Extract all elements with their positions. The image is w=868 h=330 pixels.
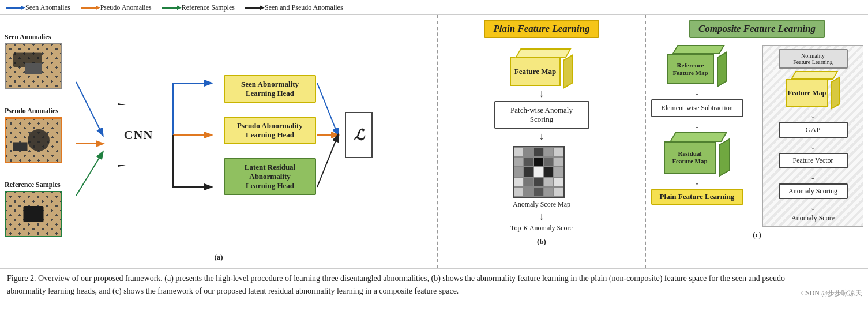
feature-map-container-b: Feature Map [510, 48, 573, 86]
legend-pseudo-label: Pseudo Anomalies [100, 3, 152, 12]
flow-arrow-3: ↓ [539, 211, 544, 222]
grid-cell [514, 147, 524, 157]
ref-feature-map-label: ReferenceFeature Map [667, 54, 714, 84]
grid-cell [524, 177, 533, 187]
cnn-label: CNN [124, 127, 153, 142]
feature-map-3d: Feature Map [510, 48, 573, 86]
cnn-block: CNN [110, 103, 167, 167]
panel-a-inner: Seen Anomalies Pseudo Anomalies [5, 20, 433, 250]
loss-box: ℒ [345, 112, 373, 158]
legend-seen-anomalies: Seen Anomalies [6, 3, 70, 12]
ref-feature-map-3d: ReferenceFeature Map [667, 45, 727, 84]
cnn-to-heads-svg [172, 43, 218, 227]
loss-symbol: ℒ [354, 126, 365, 144]
c-right-feature-map-top [791, 71, 839, 80]
residual-feature-map-label: ResidualFeature Map [664, 141, 716, 174]
legend-seen-label: Seen Anomalies [25, 3, 70, 12]
residual-feature-map-top [670, 132, 727, 142]
grid-cell [554, 167, 563, 177]
panel-a: Seen Anomalies Pseudo Anomalies [0, 15, 438, 268]
feature-vector-box: Feature Vector [779, 153, 848, 168]
grid-cell [533, 187, 543, 197]
grid-cell [524, 147, 533, 157]
caption-text: Figure 2. Overview of our proposed frame… [7, 272, 803, 297]
seen-anomalies-image [5, 43, 62, 89]
ref-feature-map-top [672, 45, 724, 54]
panel-c-inner: ReferenceFeature Map ↓ Element-wise Subt… [651, 45, 863, 227]
grid-cell [554, 147, 563, 157]
reference-samples-input: Reference Samples [5, 181, 62, 237]
watermark: CSDN @步步咏凉天 [801, 288, 862, 298]
c-divider [753, 45, 753, 227]
c-left-arrow-2: ↓ [694, 119, 700, 130]
topk-anomaly-score: Top-K Anomaly Score [510, 224, 573, 232]
c-right-arrow-4: ↓ [810, 201, 816, 212]
feature-map-side [563, 54, 573, 89]
pseudo-anomalies-label: Pseudo Anomalies [5, 107, 62, 115]
c-right-arrow-3: ↓ [810, 171, 816, 181]
normality-feature-label: NormalityFeature Learning [779, 49, 848, 69]
svg-line-2 [76, 152, 103, 196]
grid-cell [524, 187, 533, 197]
flow-arrow-1: ↓ [539, 88, 544, 99]
residual-feature-map-3d: ResidualFeature Map [664, 132, 730, 174]
input-arrows-svg [75, 54, 110, 216]
grid-cell [514, 177, 524, 187]
c-right-feature-map-label: Feature Map [786, 79, 828, 107]
reference-samples-arrow [162, 7, 179, 9]
feature-map-top [515, 48, 571, 58]
grid-cell [524, 167, 533, 177]
panel-c-title: Composite Feature Learning [689, 20, 825, 38]
grid-cell [544, 167, 554, 177]
seen-anomalies-label: Seen Anomalies [5, 33, 62, 42]
plain-feature-learning-box: Plain Feature Learning [651, 189, 743, 205]
learning-heads: Seen AbnormalityLearning Head Pseudo Abn… [224, 75, 316, 195]
anomaly-score-map-label: Anomaly Score Map [513, 200, 570, 209]
legend-seen-pseudo-label: Seen and Pseudo Anomalies [265, 3, 343, 12]
c-right-feature-map-3d: Feature Map [786, 71, 840, 107]
reference-samples-image [5, 191, 62, 237]
pseudo-anomalies-arrow [81, 7, 98, 9]
anomaly-score-text: Anomaly Score [791, 214, 835, 223]
c-right-feature-map-side [831, 76, 840, 109]
grid-cell [554, 157, 563, 167]
anomaly-grid [513, 146, 565, 198]
patch-wise-scoring: Patch-wise Anomaly Scoring [494, 101, 589, 129]
grid-cell [554, 177, 563, 187]
seen-abnormality-head: Seen AbnormalityLearning Head [224, 75, 316, 103]
grid-cell [544, 147, 554, 157]
grid-cell [514, 157, 524, 167]
residual-feature-map-side [719, 138, 730, 177]
c-right-arrow-1: ↓ [810, 109, 816, 119]
c-left-arrow-3: ↓ [694, 176, 700, 186]
seen-anomalies-input: Seen Anomalies [5, 33, 62, 89]
grid-cell [514, 187, 524, 197]
panel-c-right-flow: NormalityFeature Learning Feature Map ↓ … [762, 45, 863, 227]
grid-cell [514, 167, 524, 177]
c-right-arrow-2: ↓ [810, 140, 816, 151]
seen-pseudo-arrow [245, 7, 262, 9]
feature-map-label: Feature Map [510, 57, 561, 86]
svg-line-0 [76, 82, 103, 135]
panels-row: Seen Anomalies Pseudo Anomalies [0, 14, 868, 268]
gap-box: GAP [779, 122, 848, 138]
seen-anomalies-arrow [6, 7, 23, 9]
grid-cell [533, 147, 543, 157]
panel-c: Composite Feature Learning ReferenceFeat… [646, 15, 868, 268]
grid-cell [524, 157, 533, 167]
grid-cell [533, 157, 543, 167]
legend-pseudo-anomalies: Pseudo Anomalies [81, 3, 152, 12]
anomaly-grid-container: Anomaly Score Map [513, 144, 570, 209]
grid-cell [544, 157, 554, 167]
grid-cell [544, 177, 554, 187]
reference-samples-label: Reference Samples [5, 181, 62, 189]
panel-b-flow: Feature Map ↓ Patch-wise Anomaly Scoring… [494, 45, 589, 232]
pseudo-abnormality-head: Pseudo AbnormalityLearning Head [224, 117, 316, 144]
panel-c-label: (c) [753, 230, 761, 239]
pseudo-anomalies-input: Pseudo Anomalies [5, 107, 62, 163]
pseudo-anomalies-image [5, 117, 62, 163]
anomaly-scoring-box: Anomaly Scoring [779, 183, 848, 199]
ref-feature-map-side [717, 51, 727, 87]
caption-container: Figure 2. Overview of our proposed frame… [0, 268, 868, 299]
grid-cell [533, 167, 543, 177]
